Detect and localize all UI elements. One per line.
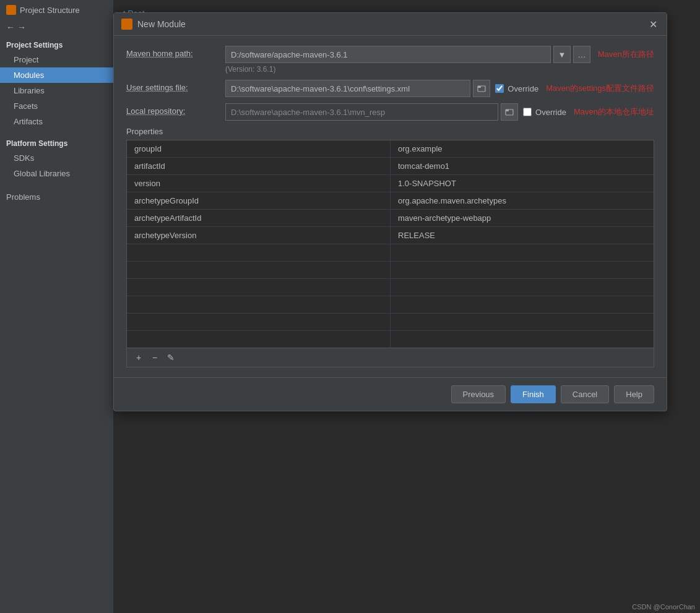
- svg-rect-1: [478, 86, 481, 88]
- sidebar-item-libraries[interactable]: Libraries: [0, 83, 113, 98]
- forward-arrow[interactable]: →: [17, 22, 26, 32]
- back-arrow[interactable]: ←: [6, 22, 15, 32]
- maven-home-input[interactable]: [225, 46, 551, 63]
- left-panel: Project Structure ← → Project Settings P…: [0, 0, 113, 613]
- property-key: archetypeGroupId: [127, 192, 391, 210]
- add-property-button[interactable]: +: [132, 351, 145, 364]
- sidebar-item-problems[interactable]: Problems: [0, 189, 113, 205]
- property-value: tomcat-demo1: [391, 158, 654, 175]
- maven-home-browse[interactable]: …: [573, 46, 590, 63]
- app-title-bar: Project Structure: [0, 0, 113, 20]
- table-row-empty: [127, 296, 654, 314]
- sidebar-item-sdks[interactable]: SDKs: [0, 150, 113, 166]
- local-repo-browse[interactable]: [501, 103, 518, 121]
- dialog-body: Maven home path: ▼ … Maven所在路径 (Version:…: [114, 36, 667, 377]
- property-key: version: [127, 175, 391, 192]
- sidebar-item-facets[interactable]: Facets: [0, 98, 113, 114]
- maven-version-note: (Version: 3.6.1): [225, 65, 654, 74]
- property-value: 1.0-SNAPSHOT: [391, 175, 654, 192]
- property-key: artifactId: [127, 158, 391, 175]
- table-row-empty: [127, 314, 654, 331]
- maven-home-path-row: Maven home path: ▼ … Maven所在路径 (Version:…: [126, 46, 654, 74]
- table-row: archetypeGroupId org.apache.maven.archet…: [127, 192, 654, 210]
- cancel-button[interactable]: Cancel: [561, 385, 609, 403]
- user-settings-override-row: Override: [495, 84, 538, 93]
- properties-toolbar: + − ✎: [127, 348, 654, 367]
- property-value: org.example: [391, 140, 654, 158]
- properties-title: Properties: [126, 127, 654, 136]
- app-title: Project Structure: [20, 6, 80, 15]
- new-module-dialog: New Module ✕ Maven home path: ▼ … Maven所…: [113, 12, 667, 411]
- maven-home-input-row: ▼ … Maven所在路径: [225, 46, 654, 63]
- property-value: RELEASE: [391, 227, 654, 244]
- previous-button[interactable]: Previous: [451, 385, 506, 403]
- local-repo-override-row: Override: [523, 108, 566, 117]
- table-row: version 1.0-SNAPSHOT: [127, 175, 654, 192]
- sidebar-item-modules[interactable]: Modules: [0, 67, 113, 83]
- dialog-title: New Module: [137, 19, 186, 29]
- user-settings-label: User settings file:: [126, 80, 225, 92]
- sidebar-item-global-libraries[interactable]: Global Libraries: [0, 166, 113, 181]
- table-row-empty: [127, 331, 654, 348]
- maven-home-annotation: Maven所在路径: [598, 49, 654, 60]
- user-settings-input-row: Override Maven的settings配置文件路径: [225, 80, 654, 97]
- maven-home-dropdown[interactable]: ▼: [553, 46, 571, 63]
- user-settings-controls: Override Maven的settings配置文件路径: [225, 80, 654, 97]
- svg-rect-3: [506, 109, 509, 111]
- property-value: maven-archetype-webapp: [391, 210, 654, 227]
- finish-button[interactable]: Finish: [511, 385, 556, 403]
- local-repo-annotation: Maven的本地仓库地址: [574, 106, 654, 118]
- local-repo-override-checkbox[interactable]: [523, 108, 532, 116]
- remove-property-button[interactable]: −: [148, 351, 162, 364]
- table-row: archetypeArtifactId maven-archetype-weba…: [127, 210, 654, 227]
- local-repo-label: Local repository:: [126, 103, 225, 116]
- user-settings-override-checkbox[interactable]: [495, 84, 504, 93]
- user-settings-browse[interactable]: [473, 80, 490, 97]
- bottom-status: CSDN @ConorChan: [627, 601, 700, 613]
- local-repo-input[interactable]: [225, 103, 498, 121]
- app-icon: [6, 5, 16, 15]
- table-row: groupId org.example: [127, 140, 654, 158]
- user-settings-override-label: Override: [508, 84, 538, 93]
- local-repo-override-label: Override: [535, 108, 566, 117]
- table-row: archetypeVersion RELEASE: [127, 227, 654, 244]
- property-value: org.apache.maven.archetypes: [391, 192, 654, 210]
- user-settings-row: User settings file: Override Maven的setti…: [126, 80, 654, 97]
- maven-home-controls: ▼ … Maven所在路径 (Version: 3.6.1): [225, 46, 654, 74]
- table-row-empty: [127, 244, 654, 262]
- properties-table-container: groupId org.example artifactId tomcat-de…: [126, 140, 654, 367]
- dialog-titlebar: New Module ✕: [114, 13, 667, 36]
- sidebar-item-project[interactable]: Project: [0, 52, 113, 67]
- sidebar-item-artifacts[interactable]: Artifacts: [0, 114, 113, 129]
- property-key: archetypeVersion: [127, 227, 391, 244]
- help-button[interactable]: Help: [614, 385, 654, 403]
- property-key: groupId: [127, 140, 391, 158]
- local-repo-controls: Override Maven的本地仓库地址: [225, 103, 654, 121]
- property-key: archetypeArtifactId: [127, 210, 391, 227]
- close-button[interactable]: ✕: [647, 18, 659, 30]
- properties-section: Properties groupId org.example artifactI…: [126, 127, 654, 367]
- dialog-title-left: New Module: [121, 19, 186, 30]
- project-settings-header: Project Settings: [0, 37, 113, 52]
- local-repo-row: Local repository: Override Maven的本地仓库地址: [126, 103, 654, 121]
- platform-settings-header: Platform Settings: [0, 135, 113, 150]
- user-settings-annotation: Maven的settings配置文件路径: [546, 83, 654, 94]
- table-row-empty: [127, 279, 654, 296]
- table-row-empty: [127, 262, 654, 279]
- dialog-footer: Previous Finish Cancel Help: [114, 377, 667, 411]
- local-repo-input-row: Override Maven的本地仓库地址: [225, 103, 654, 121]
- dialog-icon: [121, 19, 132, 30]
- nav-arrows: ← →: [0, 20, 113, 35]
- edit-property-button[interactable]: ✎: [164, 351, 178, 364]
- maven-home-label: Maven home path:: [126, 46, 225, 58]
- table-row: artifactId tomcat-demo1: [127, 158, 654, 175]
- properties-table: groupId org.example artifactId tomcat-de…: [127, 140, 654, 348]
- user-settings-input[interactable]: [225, 80, 470, 97]
